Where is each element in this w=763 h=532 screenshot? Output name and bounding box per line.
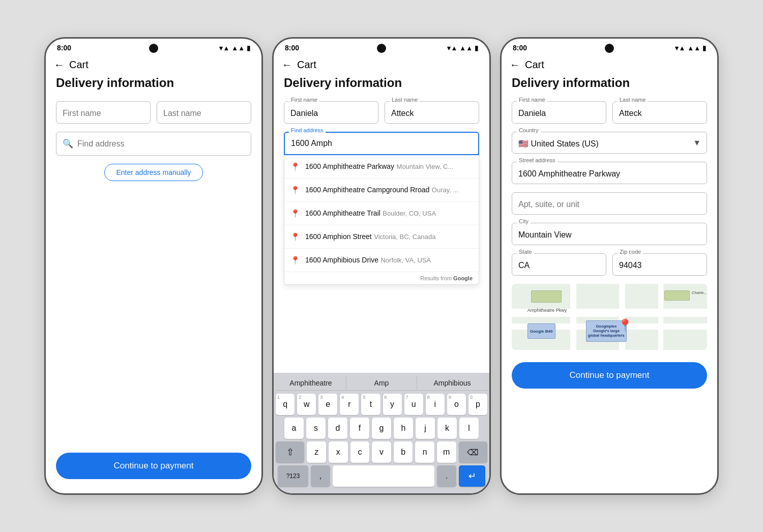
- phone-screen-3: 8:00 ▾▲ ▲▲ ▮ ← Cart Delivery information…: [500, 37, 719, 495]
- key-u[interactable]: 7u: [404, 394, 423, 415]
- key-m[interactable]: m: [437, 441, 456, 463]
- battery-icon-1: ▮: [247, 44, 250, 52]
- key-n[interactable]: n: [415, 441, 434, 463]
- status-icons-2: ▾▲ ▲▲ ▮: [447, 44, 478, 52]
- key-c[interactable]: c: [350, 441, 370, 463]
- phone-screen-2: 8:00 ▾▲ ▲▲ ▮ ← Cart Delivery information…: [272, 37, 491, 495]
- enter-manually-button-1[interactable]: Enter address manually: [104, 164, 202, 181]
- key-period[interactable]: .: [437, 465, 456, 487]
- key-p[interactable]: 0p: [468, 394, 487, 415]
- keyboard-row-2: a s d f g h j k l: [276, 418, 487, 439]
- map-building-1: [531, 290, 562, 303]
- street-group-3: Street address: [512, 162, 707, 184]
- suggestion-item-1[interactable]: 📍 1600 Amphitheatre Campground Rroad Our…: [284, 179, 479, 202]
- top-bar-1: ← Cart: [46, 55, 261, 76]
- key-w[interactable]: 2w: [297, 394, 316, 415]
- key-j[interactable]: j: [416, 418, 435, 439]
- back-button-1[interactable]: ←: [54, 59, 64, 71]
- name-row-2: First name Last name: [284, 101, 479, 124]
- screen-title-1: Cart: [69, 59, 89, 71]
- first-name-input-2[interactable]: [284, 101, 378, 124]
- find-address-input-1[interactable]: [77, 139, 245, 149]
- pin-icon-0: 📍: [290, 162, 300, 171]
- key-symbols[interactable]: ?123: [278, 465, 308, 487]
- suggestion-item-0[interactable]: 📍 1600 Amphitheatre Parkway Mountain Vie…: [284, 155, 479, 179]
- keyboard-suggestions-row: Amphitheatre Amp Amphibious: [276, 376, 487, 391]
- key-delete[interactable]: ⌫: [459, 441, 487, 463]
- key-d[interactable]: d: [328, 418, 347, 439]
- find-address-active-input-2[interactable]: [291, 139, 472, 148]
- key-enter[interactable]: ↵: [459, 465, 485, 487]
- notch-1: [149, 44, 158, 53]
- key-x[interactable]: x: [329, 441, 348, 463]
- key-space[interactable]: [333, 465, 434, 487]
- find-address-active-box-2[interactable]: [284, 132, 479, 155]
- key-z[interactable]: z: [307, 441, 326, 463]
- key-shift[interactable]: ⇧: [276, 441, 304, 463]
- street-input-3[interactable]: [512, 162, 707, 184]
- last-name-input-2[interactable]: [385, 101, 479, 124]
- map-road-vert-3: [658, 284, 663, 350]
- status-bar-2: 8:00 ▾▲ ▲▲ ▮: [274, 39, 489, 55]
- state-zip-row-3: State Zip code: [512, 253, 707, 276]
- back-button-2[interactable]: ←: [282, 59, 292, 71]
- zip-input-3[interactable]: [612, 253, 707, 276]
- bottom-bar-1: Continue to payment: [46, 440, 261, 493]
- key-i[interactable]: 8i: [426, 394, 445, 415]
- continue-button-3[interactable]: Continue to payment: [512, 362, 707, 389]
- key-h[interactable]: h: [394, 418, 413, 439]
- first-name-group-1: [56, 101, 151, 124]
- suggestion-item-3[interactable]: 📍 1600 Amphion Street Victoria, BC, Cana…: [284, 225, 479, 249]
- key-l[interactable]: l: [459, 418, 479, 439]
- suggestion-item-4[interactable]: 📍 1600 Amphibious Drive Norfolk, VA, USA: [284, 249, 479, 272]
- key-e[interactable]: 3e: [318, 394, 337, 415]
- kbd-suggestion-0[interactable]: Amphitheatre: [276, 376, 346, 390]
- zip-group-3: Zip code: [612, 253, 707, 276]
- back-button-3[interactable]: ←: [510, 59, 520, 71]
- continue-button-1[interactable]: Continue to payment: [56, 453, 251, 479]
- search-icon-1: 🔍: [63, 138, 73, 149]
- find-address-box-1[interactable]: 🔍: [56, 132, 251, 156]
- wifi-icon-2: ▾▲: [447, 44, 457, 52]
- map-preview-3: Amphitheatre Pkwy Google B40 GoogleplexG…: [512, 284, 707, 350]
- key-y[interactable]: 6y: [383, 394, 402, 415]
- key-q[interactable]: 1q: [276, 394, 295, 415]
- suggestion-item-2[interactable]: 📍 1600 Amphitheatre Trail Boulder, CO, U…: [284, 202, 479, 225]
- key-r[interactable]: 4r: [340, 394, 359, 415]
- last-name-label-2: Last name: [390, 97, 420, 103]
- country-select-3[interactable]: 🇺🇸 United States (US): [512, 132, 707, 154]
- phone-screen-1: 8:00 ▾▲ ▲▲ ▮ ← Cart Delivery information…: [44, 37, 263, 495]
- last-name-input-1[interactable]: [157, 101, 251, 124]
- key-k[interactable]: k: [437, 418, 457, 439]
- first-name-input-3[interactable]: [512, 101, 606, 124]
- key-b[interactable]: b: [394, 441, 413, 463]
- last-name-input-3[interactable]: [612, 101, 707, 124]
- delivery-title-3: Delivery information: [512, 76, 707, 90]
- key-s[interactable]: s: [306, 418, 326, 439]
- first-name-input-1[interactable]: [56, 101, 151, 124]
- key-a[interactable]: a: [284, 418, 304, 439]
- zip-label-3: Zip code: [618, 249, 643, 255]
- key-f[interactable]: f: [350, 418, 369, 439]
- status-time-3: 8:00: [513, 44, 527, 52]
- state-input-3[interactable]: [512, 253, 606, 276]
- key-comma[interactable]: ,: [311, 465, 330, 487]
- find-address-active-label-2: Find address: [289, 127, 326, 133]
- key-v[interactable]: v: [372, 441, 391, 463]
- suggestions-dropdown-2: 📍 1600 Amphitheatre Parkway Mountain Vie…: [284, 155, 479, 285]
- signal-icon-3: ▲▲: [687, 44, 700, 52]
- state-label-3: State: [517, 249, 534, 255]
- kbd-suggestion-1[interactable]: Amp: [346, 376, 417, 390]
- map-road-label: Amphitheatre Pkwy: [527, 308, 567, 313]
- name-row-3: First name Last name: [512, 101, 707, 124]
- city-input-3[interactable]: [512, 223, 707, 245]
- key-o[interactable]: 9o: [447, 394, 466, 415]
- key-t[interactable]: 5t: [361, 394, 380, 415]
- kbd-suggestion-2[interactable]: Amphibious: [417, 376, 487, 390]
- first-name-group-2: First name: [284, 101, 378, 124]
- city-label-3: City: [517, 218, 531, 224]
- notch-2: [377, 44, 386, 53]
- apt-input-3[interactable]: [512, 192, 707, 215]
- key-g[interactable]: g: [372, 418, 391, 439]
- wifi-icon-1: ▾▲: [219, 44, 229, 52]
